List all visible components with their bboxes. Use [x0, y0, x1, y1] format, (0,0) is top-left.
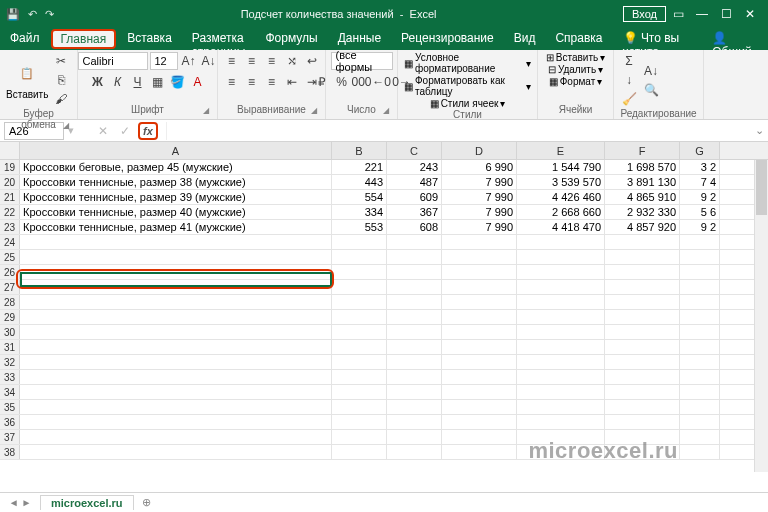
cell[interactable]: [20, 385, 332, 399]
row-head[interactable]: 36: [0, 415, 20, 429]
cell[interactable]: [680, 400, 720, 414]
cell[interactable]: Кроссовки теннисные, размер 41 (мужские): [20, 220, 332, 234]
cell[interactable]: [517, 340, 605, 354]
cell[interactable]: 7 990: [442, 220, 517, 234]
cell[interactable]: [680, 325, 720, 339]
row-head[interactable]: 31: [0, 340, 20, 354]
cell[interactable]: [517, 355, 605, 369]
cell[interactable]: [20, 310, 332, 324]
cell[interactable]: [517, 295, 605, 309]
col-F[interactable]: F: [605, 142, 680, 159]
cell[interactable]: [605, 415, 680, 429]
cell[interactable]: [332, 250, 387, 264]
cell[interactable]: [442, 265, 517, 279]
cell[interactable]: 554: [332, 190, 387, 204]
cell[interactable]: 7 990: [442, 205, 517, 219]
maximize-icon[interactable]: ☐: [714, 7, 738, 21]
cell[interactable]: [387, 400, 442, 414]
cell[interactable]: [442, 430, 517, 444]
cell[interactable]: [20, 235, 332, 249]
format-painter-icon[interactable]: 🖌: [52, 90, 70, 108]
cell[interactable]: [605, 385, 680, 399]
cell[interactable]: [387, 385, 442, 399]
col-A[interactable]: A: [20, 142, 332, 159]
font-size[interactable]: 12: [150, 52, 178, 70]
cell[interactable]: [605, 355, 680, 369]
cell[interactable]: [605, 235, 680, 249]
cell[interactable]: 553: [332, 220, 387, 234]
cell[interactable]: [387, 415, 442, 429]
cell[interactable]: [20, 295, 332, 309]
login-button[interactable]: Вход: [623, 6, 666, 22]
cell[interactable]: [517, 370, 605, 384]
cell[interactable]: [20, 445, 332, 459]
sort-filter-icon[interactable]: A↓: [642, 62, 660, 80]
cell[interactable]: [442, 310, 517, 324]
format-cells[interactable]: ▦ Формат ▾: [549, 76, 603, 87]
tab-home[interactable]: Главная: [51, 29, 117, 49]
cell[interactable]: [680, 415, 720, 429]
cell[interactable]: [332, 235, 387, 249]
cell[interactable]: [517, 310, 605, 324]
insert-cells[interactable]: ⊞ Вставить ▾: [546, 52, 605, 63]
sheet-tab[interactable]: microexcel.ru: [40, 495, 134, 510]
tab-data[interactable]: Данные: [328, 28, 391, 50]
comma-icon[interactable]: 000: [353, 73, 371, 91]
expand-fbar-icon[interactable]: ⌄: [751, 124, 768, 137]
row-head[interactable]: 33: [0, 370, 20, 384]
align-bottom-icon[interactable]: ≡: [263, 52, 281, 70]
cell[interactable]: [680, 385, 720, 399]
row-head[interactable]: 24: [0, 235, 20, 249]
cond-format[interactable]: ▦ Условное форматирование ▾: [404, 52, 531, 74]
cell[interactable]: [442, 415, 517, 429]
border-icon[interactable]: ▦: [149, 73, 167, 91]
clear-icon[interactable]: 🧹: [620, 90, 638, 108]
cell[interactable]: 487: [387, 175, 442, 189]
sheet-nav[interactable]: ◄ ►: [0, 497, 40, 508]
cell[interactable]: [332, 400, 387, 414]
cell[interactable]: 608: [387, 220, 442, 234]
cell[interactable]: 4 857 920: [605, 220, 680, 234]
align-middle-icon[interactable]: ≡: [243, 52, 261, 70]
cell[interactable]: [680, 250, 720, 264]
copy-icon[interactable]: ⎘: [52, 71, 70, 89]
undo-icon[interactable]: ↶: [28, 8, 37, 21]
cell[interactable]: [20, 415, 332, 429]
cell[interactable]: [517, 280, 605, 294]
cell[interactable]: [332, 415, 387, 429]
cell[interactable]: [332, 355, 387, 369]
tab-review[interactable]: Рецензирование: [391, 28, 504, 50]
cell[interactable]: [680, 430, 720, 444]
cell[interactable]: [442, 355, 517, 369]
row-head[interactable]: 19: [0, 160, 20, 174]
cell[interactable]: [20, 400, 332, 414]
formula-input[interactable]: [166, 122, 747, 140]
cell[interactable]: 367: [387, 205, 442, 219]
cell[interactable]: [517, 400, 605, 414]
number-format[interactable]: (все формы: [331, 52, 393, 70]
cell[interactable]: [680, 340, 720, 354]
cell[interactable]: [680, 370, 720, 384]
col-B[interactable]: B: [332, 142, 387, 159]
select-all[interactable]: [0, 142, 20, 159]
cell[interactable]: [517, 385, 605, 399]
cell[interactable]: [387, 430, 442, 444]
tab-insert[interactable]: Вставка: [117, 28, 182, 50]
cell[interactable]: 609: [387, 190, 442, 204]
cancel-icon[interactable]: ✕: [94, 122, 112, 140]
cell[interactable]: [387, 445, 442, 459]
cell[interactable]: 4 418 470: [517, 220, 605, 234]
row-head[interactable]: 38: [0, 445, 20, 459]
cell[interactable]: [680, 235, 720, 249]
cell[interactable]: [387, 250, 442, 264]
tab-view[interactable]: Вид: [504, 28, 546, 50]
row-head[interactable]: 34: [0, 385, 20, 399]
row-head[interactable]: 25: [0, 250, 20, 264]
cell[interactable]: [20, 340, 332, 354]
dec-indent-icon[interactable]: ⇤: [283, 73, 301, 91]
tab-layout[interactable]: Разметка страницы: [182, 28, 256, 50]
row-head[interactable]: 21: [0, 190, 20, 204]
cell[interactable]: 443: [332, 175, 387, 189]
cell[interactable]: [20, 430, 332, 444]
cell[interactable]: [387, 340, 442, 354]
